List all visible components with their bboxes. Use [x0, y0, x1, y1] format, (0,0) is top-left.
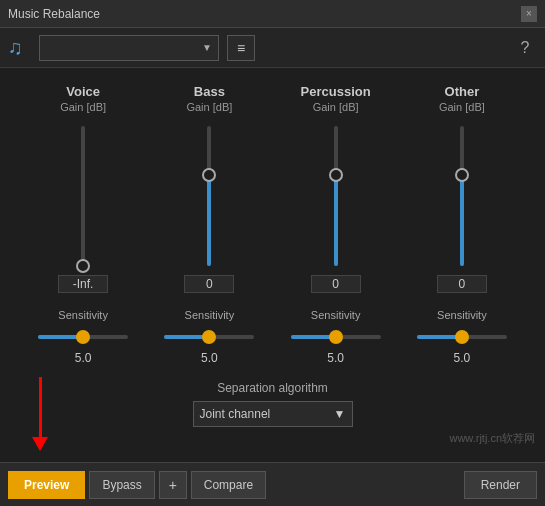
- sensitivity-slider-0[interactable]: [38, 327, 128, 347]
- sensitivity-slider-2[interactable]: [291, 327, 381, 347]
- vertical-slider-percussion[interactable]: [334, 121, 338, 271]
- slider-track: [81, 126, 85, 266]
- gain-slider-col-other: Other Gain [dB] 0: [407, 84, 517, 293]
- chevron-down-icon: ▼: [334, 407, 346, 421]
- preset-dropdown[interactable]: ▼: [39, 35, 219, 61]
- gain-sliders-row: Voice Gain [dB] -Inf. Bass Gain [dB] 0 P…: [20, 84, 525, 293]
- chevron-down-icon: ▼: [202, 42, 212, 53]
- slider-value-other: 0: [437, 275, 487, 293]
- separation-algorithm-label: Separation algorithm: [217, 381, 328, 395]
- slider-sublabel-voice: Gain [dB]: [60, 101, 106, 113]
- slider-sublabel-other: Gain [dB]: [439, 101, 485, 113]
- slider-label-bass: Bass: [194, 84, 225, 99]
- sensitivity-value-2: 5.0: [327, 351, 344, 365]
- slider-value-voice: -Inf.: [58, 275, 108, 293]
- compare-button[interactable]: Compare: [191, 471, 266, 499]
- separation-algorithm-dropdown[interactable]: Joint channel ▼: [193, 401, 353, 427]
- main-area: Voice Gain [dB] -Inf. Bass Gain [dB] 0 P…: [0, 68, 545, 459]
- bypass-button[interactable]: Bypass: [89, 471, 154, 499]
- close-button[interactable]: ×: [521, 6, 537, 22]
- sensitivity-thumb[interactable]: [202, 330, 216, 344]
- toolbar: ♫ ▼ ≡ ?: [0, 28, 545, 68]
- sensitivity-value-1: 5.0: [201, 351, 218, 365]
- sensitivity-col-2: Sensitivity 5.0: [281, 309, 391, 365]
- sensitivity-track: [417, 335, 507, 339]
- slider-thumb[interactable]: [76, 259, 90, 273]
- bottom-bar: Preview Bypass + Compare Render: [0, 462, 545, 506]
- slider-fill: [334, 168, 338, 266]
- vertical-slider-voice[interactable]: [81, 121, 85, 271]
- sensitivity-label-1: Sensitivity: [185, 309, 235, 321]
- preview-button[interactable]: Preview: [8, 471, 85, 499]
- sensitivity-thumb[interactable]: [329, 330, 343, 344]
- slider-thumb[interactable]: [455, 168, 469, 182]
- help-button[interactable]: ?: [513, 36, 537, 60]
- sensitivity-value-3: 5.0: [454, 351, 471, 365]
- render-button[interactable]: Render: [464, 471, 537, 499]
- slider-sublabel-bass: Gain [dB]: [186, 101, 232, 113]
- sensitivity-label-2: Sensitivity: [311, 309, 361, 321]
- slider-track: [334, 126, 338, 266]
- sensitivity-col-1: Sensitivity 5.0: [154, 309, 264, 365]
- window-title: Music Rebalance: [8, 7, 100, 21]
- gain-slider-col-bass: Bass Gain [dB] 0: [154, 84, 264, 293]
- sensitivity-track: [164, 335, 254, 339]
- sensitivity-value-0: 5.0: [75, 351, 92, 365]
- vertical-slider-bass[interactable]: [207, 121, 211, 271]
- sensitivity-thumb[interactable]: [455, 330, 469, 344]
- slider-value-bass: 0: [184, 275, 234, 293]
- sensitivity-col-0: Sensitivity 5.0: [28, 309, 138, 365]
- slider-sublabel-percussion: Gain [dB]: [313, 101, 359, 113]
- gain-slider-col-percussion: Percussion Gain [dB] 0: [281, 84, 391, 293]
- gain-slider-col-voice: Voice Gain [dB] -Inf.: [28, 84, 138, 293]
- sensitivity-row: Sensitivity 5.0 Sensitivity 5.0 Sensitiv…: [20, 309, 525, 365]
- slider-label-voice: Voice: [66, 84, 100, 99]
- vertical-slider-other[interactable]: [460, 121, 464, 271]
- sensitivity-col-3: Sensitivity 5.0: [407, 309, 517, 365]
- slider-thumb[interactable]: [329, 168, 343, 182]
- watermark: www.rjtj.cn软荐网: [449, 431, 535, 446]
- sensitivity-thumb[interactable]: [76, 330, 90, 344]
- separation-section: Separation algorithm Joint channel ▼: [20, 381, 525, 427]
- slider-label-other: Other: [445, 84, 480, 99]
- slider-value-percussion: 0: [311, 275, 361, 293]
- slider-label-percussion: Percussion: [301, 84, 371, 99]
- sensitivity-label-3: Sensitivity: [437, 309, 487, 321]
- title-bar: Music Rebalance ×: [0, 0, 545, 28]
- slider-thumb[interactable]: [202, 168, 216, 182]
- sensitivity-slider-1[interactable]: [164, 327, 254, 347]
- add-button[interactable]: +: [159, 471, 187, 499]
- sensitivity-slider-3[interactable]: [417, 327, 507, 347]
- sensitivity-track: [38, 335, 128, 339]
- slider-track: [207, 126, 211, 266]
- app-logo-icon: ♫: [8, 36, 23, 59]
- menu-button[interactable]: ≡: [227, 35, 255, 61]
- window-controls: ×: [521, 6, 537, 22]
- slider-track: [460, 126, 464, 266]
- sensitivity-track: [291, 335, 381, 339]
- slider-fill: [207, 168, 211, 266]
- slider-fill: [460, 168, 464, 266]
- sensitivity-label-0: Sensitivity: [58, 309, 108, 321]
- separation-algorithm-value: Joint channel: [200, 407, 271, 421]
